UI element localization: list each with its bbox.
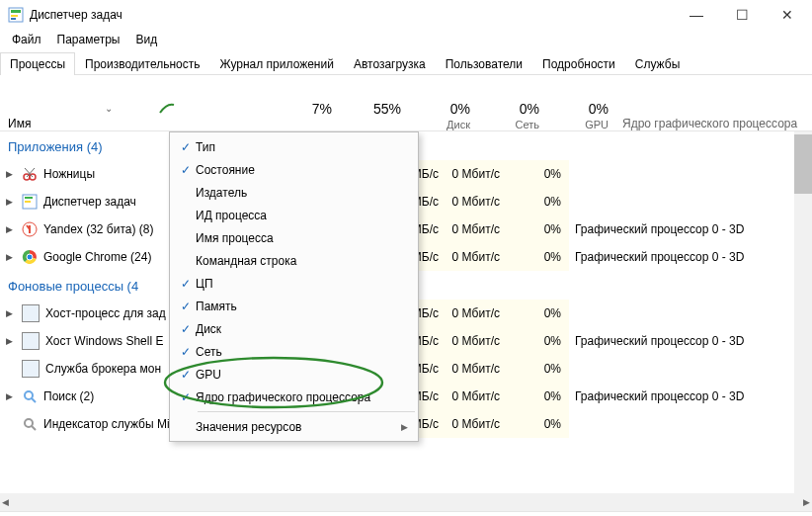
ctx-item-gpu[interactable]: ✓GPU [170, 363, 418, 386]
footer: ⌃ Меньше Снять задачу [0, 511, 812, 516]
tab-startup[interactable]: Автозагрузка [344, 52, 436, 75]
horizontal-scrollbar[interactable]: ◀ ▶ [0, 493, 812, 511]
process-name: Google Chrome (24) [43, 250, 151, 264]
indexer-icon [22, 416, 38, 432]
tabbar: Процессы Производительность Журнал прило… [0, 51, 812, 75]
task-manager-icon [8, 7, 24, 23]
ctx-item-process-name[interactable]: Имя процесса [170, 226, 418, 249]
maximize-button[interactable]: ☐ [719, 0, 765, 30]
ctx-item-cmdline[interactable]: Командная строка [170, 249, 418, 272]
ctx-item-gpu-engine[interactable]: ✓Ядро графического процессора [170, 386, 418, 408]
menu-view[interactable]: Вид [127, 31, 165, 48]
vertical-scrollbar[interactable] [794, 131, 812, 493]
host-process-icon [22, 304, 40, 322]
ctx-item-type[interactable]: ✓Тип [170, 135, 418, 158]
expand-icon[interactable]: ▶ [6, 252, 16, 262]
tab-users[interactable]: Пользователи [436, 52, 532, 75]
minimize-button[interactable]: — [674, 0, 719, 30]
broker-service-icon [22, 360, 40, 378]
ctx-item-network[interactable]: ✓Сеть [170, 340, 418, 363]
header-cpu[interactable]: 7% [271, 101, 340, 130]
tab-details[interactable]: Подробности [532, 52, 625, 75]
expand-icon[interactable]: ▶ [6, 336, 16, 346]
scroll-left-icon[interactable]: ◀ [2, 497, 9, 507]
ctx-item-publisher[interactable]: Издатель [170, 181, 418, 204]
header-net[interactable]: 0%Сеть [478, 101, 547, 130]
process-name: Хост-процесс для зад [45, 306, 166, 320]
titlebar: Диспетчер задач — ☐ ✕ [0, 0, 812, 30]
ctx-item-disk[interactable]: ✓Диск [170, 317, 418, 340]
task-manager-row-icon [22, 194, 38, 210]
ctx-item-memory[interactable]: ✓Память [170, 295, 418, 317]
snipping-tool-icon [22, 166, 38, 182]
window-title: Диспетчер задач [30, 8, 674, 22]
svg-point-12 [25, 391, 33, 399]
svg-rect-1 [11, 10, 21, 13]
header-gpu-engine[interactable]: Ядро графического процессора [616, 83, 812, 130]
menubar: Файл Параметры Вид [0, 30, 812, 49]
tab-services[interactable]: Службы [625, 52, 690, 75]
header-disk[interactable]: 0%Диск [409, 101, 478, 130]
scroll-right-icon[interactable]: ▶ [803, 497, 810, 507]
ctx-item-pid[interactable]: ИД процесса [170, 204, 418, 226]
process-name: Диспетчер задач [43, 195, 136, 209]
annotation-scribble [158, 101, 176, 115]
expand-icon[interactable]: ▶ [6, 169, 16, 179]
process-name: Служба брокера мон [45, 362, 161, 376]
process-name: Хост Windows Shell E [45, 334, 163, 348]
process-name: Поиск (2) [43, 389, 94, 403]
tab-performance[interactable]: Производительность [75, 52, 209, 75]
column-context-menu: ✓Тип ✓Состояние Издатель ИД процесса Имя… [169, 131, 419, 442]
expand-icon[interactable]: ▶ [6, 224, 16, 234]
submenu-arrow-icon: ▶ [401, 422, 408, 432]
ctx-item-resource-values[interactable]: Значения ресурсов▶ [170, 415, 418, 438]
expand-icon[interactable]: ▶ [6, 197, 16, 207]
ctx-item-cpu[interactable]: ✓ЦП [170, 272, 418, 295]
menu-file[interactable]: Файл [4, 31, 49, 48]
ctx-separator [198, 411, 415, 412]
process-body: Приложения (4) ▶ Ножницы МБ/с 0 Мбит/с 0… [0, 131, 812, 493]
header-name[interactable]: ⌄ Имя [0, 83, 271, 130]
column-headers: ⌄ Имя 7% 55% 0%Диск 0%Сеть 0%GPU Ядро гр… [0, 75, 812, 131]
process-name: Yandex (32 бита) (8) [43, 222, 153, 236]
scrollbar-thumb[interactable] [794, 134, 812, 194]
search-icon [22, 388, 38, 404]
menu-params[interactable]: Параметры [49, 31, 128, 48]
shell-host-icon [22, 332, 40, 350]
sort-chevron-icon: ⌄ [105, 103, 113, 114]
close-button[interactable]: ✕ [765, 0, 810, 30]
expand-icon[interactable]: ▶ [6, 391, 16, 401]
svg-rect-7 [25, 197, 33, 199]
svg-rect-2 [11, 15, 18, 17]
process-name: Ножницы [43, 167, 95, 181]
svg-point-13 [25, 419, 33, 427]
chrome-icon [22, 249, 38, 265]
header-mem[interactable]: 55% [340, 101, 409, 130]
tab-app-history[interactable]: Журнал приложений [210, 52, 344, 75]
svg-point-11 [27, 254, 33, 260]
expand-icon[interactable]: ▶ [6, 308, 16, 318]
yandex-icon [22, 221, 38, 237]
svg-rect-3 [11, 18, 16, 20]
tab-processes[interactable]: Процессы [0, 52, 75, 75]
svg-rect-8 [25, 201, 31, 203]
ctx-item-status[interactable]: ✓Состояние [170, 158, 418, 181]
header-gpu[interactable]: 0%GPU [547, 101, 616, 130]
